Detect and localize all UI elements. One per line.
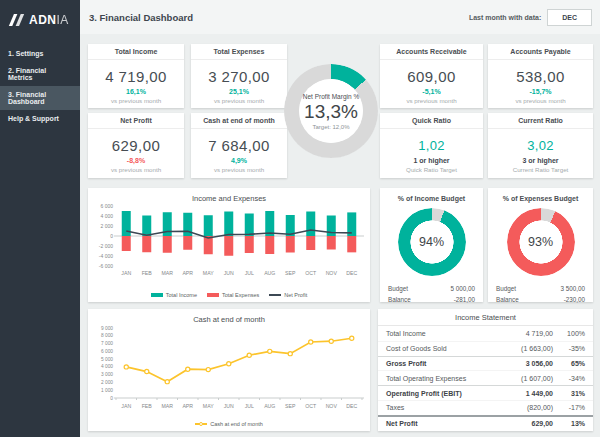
- kpi-note: vs previous month: [88, 166, 184, 173]
- svg-text:OCT: OCT: [305, 270, 317, 276]
- kpi-title: Quick Ratio: [380, 113, 483, 129]
- income-statement-title: Income Statement: [378, 309, 593, 326]
- svg-text:4 000: 4 000: [100, 213, 113, 219]
- kpi-title: Total Expenses: [191, 44, 287, 60]
- svg-text:APR: APR: [182, 270, 193, 276]
- ratio-value: 1,02: [380, 138, 483, 153]
- quick-ratio-card: Quick Ratio 1,02 1 or higher Quick Ratio…: [380, 113, 483, 178]
- gauge-value: 13,3%: [304, 101, 358, 123]
- donut-label: 93%: [507, 208, 575, 276]
- svg-text:3 000: 3 000: [101, 372, 113, 377]
- ratio-target-note: Quick Ratio Target: [380, 166, 483, 173]
- donut-title: % of Income Budget: [380, 195, 483, 202]
- expenses-budget-card: % of Expenses Budget 93% Budget3 500,00 …: [488, 188, 593, 302]
- svg-text:6 000: 6 000: [101, 349, 113, 354]
- cash-end-month-card: Cash at end of month 7 684,00 4,9% vs pr…: [191, 113, 287, 178]
- kpi-change: 16,1%: [88, 88, 184, 95]
- svg-text:6 000: 6 000: [100, 203, 113, 209]
- sidebar-item[interactable]: 2. Financial Metrics: [0, 62, 80, 86]
- sidebar-item[interactable]: 1. Settings: [0, 45, 80, 62]
- chart-legend: Cash at end of month: [88, 421, 370, 427]
- svg-text:-6 000: -6 000: [99, 263, 113, 269]
- table-row: Operating Profit (EBIT)1 449,0031%: [378, 385, 593, 400]
- table-row: Total Income4 719,00100%: [378, 326, 593, 341]
- main-content: 3. Financial Dashboard Last month with d…: [80, 0, 600, 437]
- balance-value: -281,00: [454, 294, 475, 305]
- kpi-value: 3 270,00: [191, 68, 287, 85]
- ratio-target-note: Current Ratio Target: [488, 166, 593, 173]
- ratio-target: 3 or higher: [488, 157, 593, 164]
- svg-text:7 000: 7 000: [101, 341, 113, 346]
- adnia-logo: ADNIA: [0, 0, 80, 39]
- kpi-note: vs previous month: [88, 97, 184, 104]
- svg-text:-4 000: -4 000: [99, 253, 113, 259]
- kpi-title: Current Ratio: [488, 113, 593, 129]
- sidebar-item[interactable]: Help & Support: [0, 110, 80, 127]
- chart-legend: Total IncomeTotal ExpensesNet Profit: [88, 292, 370, 298]
- legend-item: Cash at end of month: [195, 421, 263, 427]
- legend-item: Net Profit: [269, 292, 307, 298]
- donut-label: 94%: [398, 208, 466, 276]
- accounts-receivable-card: Accounts Receivable 609,00 -5,1% vs prev…: [380, 44, 483, 108]
- table-row: Gross Profit3 056,0065%: [378, 356, 593, 371]
- svg-text:DEC: DEC: [346, 270, 357, 276]
- last-month-button[interactable]: DEC: [547, 9, 592, 26]
- net-profit-margin-hole: Net Profit Margin % 13,3% Target: 12,0%: [299, 79, 363, 143]
- kpi-title: Accounts Receivable: [380, 44, 483, 60]
- kpi-title: Net Profit: [88, 113, 184, 129]
- kpi-change: -15,7%: [488, 88, 593, 95]
- top-bar: 3. Financial Dashboard Last month with d…: [80, 0, 600, 34]
- income-statement-card: Income Statement Total Income4 719,00100…: [378, 309, 593, 431]
- kpi-note: vs previous month: [191, 97, 287, 104]
- kpi-note: vs previous month: [488, 97, 593, 104]
- gauge-title: Net Profit Margin %: [303, 93, 359, 100]
- page-title: 3. Financial Dashboard: [89, 12, 193, 23]
- svg-text:9 000: 9 000: [101, 326, 113, 331]
- svg-text:2 000: 2 000: [100, 223, 113, 229]
- table-row: Cost of Goods Sold(1 663,00)-35%: [378, 341, 593, 356]
- ratio-value: 3,02: [488, 138, 593, 153]
- svg-text:NOV: NOV: [326, 270, 338, 276]
- logo-light: IA: [57, 13, 69, 27]
- income-expenses-chart: 6 0004 0002 0000-2 000-4 000-6 000JANFEB…: [88, 203, 370, 283]
- balance-label: Balance: [496, 294, 519, 305]
- svg-text:JUN: JUN: [224, 403, 234, 409]
- table-row: Taxes(820,00)-17%: [378, 400, 593, 415]
- svg-text:8 000: 8 000: [101, 333, 113, 338]
- budget-label: Budget: [496, 283, 516, 294]
- kpi-title: Accounts Payable: [488, 44, 593, 60]
- total-income-card: Total Income 4 719,00 16,1% vs previous …: [88, 44, 184, 108]
- kpi-change: -8,8%: [88, 157, 184, 164]
- balance-label: Balance: [388, 294, 411, 305]
- svg-text:MAR: MAR: [161, 270, 173, 276]
- svg-text:MAY: MAY: [203, 403, 214, 409]
- income-budget-card: % of Income Budget 94% Budget5 000,00 Ba…: [380, 188, 483, 302]
- sidebar: ADNIA 1. Settings2. Financial Metrics3. …: [0, 0, 80, 437]
- svg-text:4 000: 4 000: [101, 364, 113, 369]
- income-expenses-chart-card: Income and Expenses 6 0004 0002 0000-2 0…: [88, 188, 370, 302]
- table-row: Net Profit629,0013%: [378, 415, 593, 430]
- kpi-note: vs previous month: [380, 97, 483, 104]
- svg-text:0: 0: [110, 396, 113, 401]
- cash-chart-card: Cash at end of month 9 0008 0007 0006 00…: [88, 309, 370, 431]
- income-budget-donut-wrap: 94%: [398, 208, 466, 276]
- chart-title: Income and Expenses: [88, 188, 370, 203]
- kpi-title: Total Income: [88, 44, 184, 60]
- current-ratio-card: Current Ratio 3,02 3 or higher Current R…: [488, 113, 593, 178]
- kpi-value: 609,00: [380, 68, 483, 85]
- svg-text:APR: APR: [182, 403, 193, 409]
- cash-chart: 9 0008 0007 0006 0005 0004 0003 0002 000…: [88, 324, 370, 414]
- svg-text:1 000: 1 000: [101, 388, 113, 393]
- svg-text:AUG: AUG: [264, 403, 275, 409]
- svg-text:NOV: NOV: [326, 403, 338, 409]
- legend-item: Total Income: [151, 292, 197, 298]
- kpi-note: vs previous month: [191, 166, 287, 173]
- sidebar-menu: 1. Settings2. Financial Metrics3. Financ…: [0, 45, 80, 127]
- sidebar-item[interactable]: 3. Financial Dashboard: [0, 86, 80, 110]
- kpi-value: 629,00: [88, 137, 184, 154]
- balance-value: -230,00: [564, 294, 585, 305]
- adnia-logo-icon: [8, 13, 25, 27]
- kpi-change: 25,1%: [191, 88, 287, 95]
- svg-text:FEB: FEB: [142, 403, 153, 409]
- total-expenses-card: Total Expenses 3 270,00 25,1% vs previou…: [191, 44, 287, 108]
